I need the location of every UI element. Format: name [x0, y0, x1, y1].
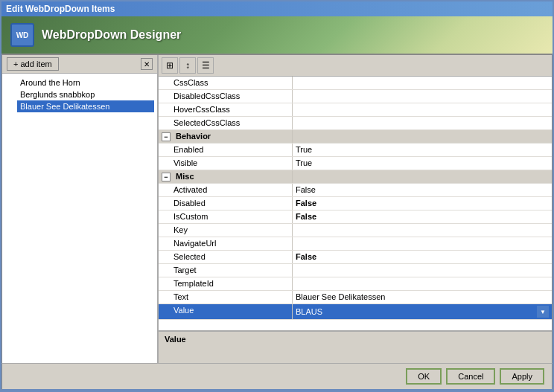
prop-row-selectedcssclass[interactable]: SelectedCssClass [159, 117, 552, 130]
sort-button[interactable]: ↕ [179, 57, 196, 74]
category-toggle-misc[interactable]: − [162, 173, 171, 181]
window-title: Edit WebDropDown Items [6, 4, 115, 14]
category-behavior[interactable]: − Behavior [159, 130, 552, 144]
prop-row-navigateurl[interactable]: NavigateUrl [159, 237, 552, 251]
close-list-button[interactable]: ✕ [141, 58, 153, 70]
list-item[interactable]: Berglunds snabbkop [17, 89, 154, 100]
description-title: Value [165, 335, 546, 344]
prop-row-activated[interactable]: Activated False [159, 184, 552, 197]
sort-icon: ↕ [185, 60, 190, 71]
footer: OK Cancel Apply [1, 363, 553, 391]
left-panel: + add item ✕ Around the Horn Berglunds s… [2, 55, 159, 363]
apply-button[interactable]: Apply [500, 368, 544, 385]
prop-row-key[interactable]: Key [159, 224, 552, 237]
list-icon: ☰ [202, 60, 210, 71]
prop-row-iscustom[interactable]: IsCustom False [159, 211, 552, 224]
header-banner: WD WebDropDown Designer [1, 16, 553, 55]
prop-row-value[interactable]: Value BLAUS ▼ [159, 304, 552, 320]
prop-row-cssclass[interactable]: CssClass [159, 77, 552, 90]
main-window: Edit WebDropDown Items WD WebDropDown De… [0, 0, 554, 392]
prop-row-selected[interactable]: Selected False [159, 251, 552, 264]
right-panel: ⊞ ↕ ☰ CssClass DisabledCssClass [159, 55, 552, 363]
item-list: Around the Horn Berglunds snabbkop Blaue… [2, 74, 157, 363]
prop-row-templateid[interactable]: TemplateId [159, 277, 552, 291]
grid-view-button[interactable]: ⊞ [162, 57, 178, 74]
grid-icon: ⊞ [166, 60, 173, 71]
header-logo: WD [10, 23, 34, 47]
header-title: WebDropDown Designer [42, 28, 181, 42]
close-icon: ✕ [144, 60, 150, 68]
ok-button[interactable]: OK [406, 368, 442, 385]
list-item[interactable]: Blauer See Delikatessen [17, 100, 154, 112]
left-panel-header: + add item ✕ [2, 55, 157, 74]
main-content: + add item ✕ Around the Horn Berglunds s… [1, 55, 553, 363]
prop-row-disabled[interactable]: Disabled False [159, 197, 552, 211]
add-item-button[interactable]: + add item [7, 57, 59, 71]
dropdown-arrow-button[interactable]: ▼ [537, 306, 549, 318]
properties-table: CssClass DisabledCssClass HoverCssClass … [159, 77, 552, 330]
list-view-button[interactable]: ☰ [197, 57, 214, 74]
add-item-label: + add item [13, 60, 52, 68]
category-misc[interactable]: − Misc [159, 170, 552, 184]
cancel-button[interactable]: Cancel [446, 368, 495, 385]
list-item[interactable]: Around the Horn [17, 77, 154, 89]
prop-row-hovercssclass[interactable]: HoverCssClass [159, 103, 552, 117]
description-panel: Value [159, 330, 552, 363]
prop-row-visible[interactable]: Visible True [159, 157, 552, 170]
property-toolbar: ⊞ ↕ ☰ [159, 55, 552, 77]
prop-row-text[interactable]: Text Blauer See Delikatessen [159, 291, 552, 304]
prop-row-target[interactable]: Target [159, 264, 552, 277]
title-bar: Edit WebDropDown Items [1, 1, 553, 16]
prop-row-disabledcssclass[interactable]: DisabledCssClass [159, 90, 552, 103]
prop-row-enabled[interactable]: Enabled True [159, 144, 552, 157]
category-toggle-behavior[interactable]: − [162, 132, 171, 141]
